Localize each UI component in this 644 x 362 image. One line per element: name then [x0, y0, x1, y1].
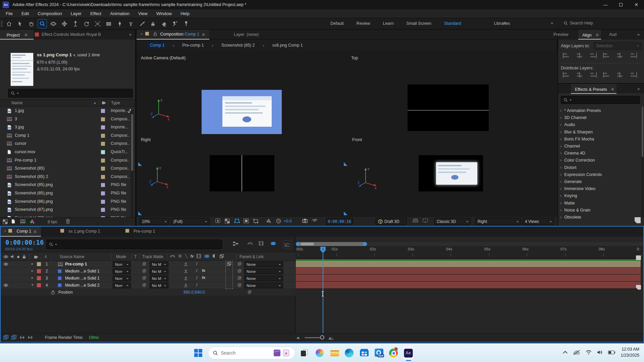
align-h-center-button[interactable] [576, 52, 584, 59]
expand-inout-icon[interactable] [19, 335, 25, 340]
effects-category[interactable]: ›Audio [560, 122, 640, 129]
effects-category[interactable]: ›Matte [560, 200, 640, 207]
view-layout-dropdown[interactable]: 4 Views [523, 218, 554, 225]
project-item[interactable]: Screenshot (85).png PNG file [0, 189, 130, 197]
menu-view[interactable]: View [134, 9, 152, 18]
expand-chevron-icon[interactable]: › [560, 136, 561, 141]
lock-column-icon[interactable] [22, 255, 26, 259]
column-type[interactable]: Type [111, 101, 120, 105]
trash-icon[interactable] [66, 219, 70, 224]
effects-category[interactable]: ›Channel [560, 143, 640, 150]
tab-layer[interactable]: Layer (none) [234, 32, 259, 37]
menu-help[interactable]: Help [176, 9, 194, 18]
align-v-center-button[interactable] [616, 52, 625, 59]
nav-handle-right[interactable] [363, 242, 367, 246]
dolly-camera-tool[interactable] [71, 19, 80, 28]
view-corner-handle[interactable] [344, 212, 347, 215]
transparency-grid-icon[interactable] [225, 219, 230, 224]
fx-switch-icon[interactable]: fx [191, 254, 194, 258]
close-tab-icon[interactable]: × [141, 32, 143, 36]
zoom-out-mountain-icon[interactable] [297, 337, 300, 339]
panel-menu-icon[interactable]: ≡ [24, 32, 27, 38]
solo-column-icon[interactable] [17, 256, 19, 258]
track-matte-pickwhip-icon[interactable]: @ [142, 261, 146, 266]
blend-mode-dropdown[interactable]: Norr [113, 268, 131, 274]
timeline-zoom-knob[interactable] [320, 335, 324, 340]
label-color-chip[interactable] [101, 150, 105, 154]
motion-blur-icon[interactable] [259, 241, 263, 245]
layer-expand-chevron[interactable]: ▸ [32, 276, 33, 280]
effects-category[interactable]: ›Color Correction [560, 158, 640, 165]
layer-source-name[interactable]: Medium ...e Solid 1 [65, 276, 100, 281]
breadcrumb-pre-comp-1[interactable]: Pre-comp 1 [179, 42, 207, 49]
menu-animation[interactable]: Animation [106, 9, 134, 18]
channel-rgb-icon[interactable] [266, 219, 271, 223]
panel-menu-icon[interactable]: ≡ [202, 32, 205, 37]
expand-chevron-icon[interactable]: › [560, 158, 561, 163]
exposure-value[interactable]: +0.0 [284, 219, 292, 224]
workspace-overflow-icon[interactable]: » [551, 20, 553, 25]
distribute-right-button[interactable] [629, 72, 638, 78]
menu-layer[interactable]: Layer [66, 9, 86, 18]
label-column-icon[interactable] [34, 255, 39, 259]
expand-chevron-icon[interactable]: › [560, 215, 561, 220]
effects-category[interactable]: ›Cinema 4D [560, 150, 640, 158]
panel-overflow-icon[interactable]: » [637, 32, 640, 37]
layer-source-name[interactable]: Pre-comp 1 [65, 262, 87, 266]
effects-category[interactable]: ›Blur & Sharpen [560, 129, 640, 136]
track-matte-dropdown[interactable]: No M [150, 276, 168, 281]
expand-chevron-icon[interactable]: › [560, 207, 561, 213]
selection-tool[interactable] [16, 19, 24, 28]
label-color-chip[interactable] [101, 175, 105, 179]
effects-search-input[interactable] [573, 98, 637, 102]
layer-label-color[interactable] [37, 269, 41, 273]
project-item[interactable]: 3.jpg Importe... [0, 123, 130, 131]
effects-category[interactable]: ›Noise & Grain [560, 207, 640, 215]
layer-row-2[interactable]: ▸ 2 Medium ...e Solid 1 Norr @ No M / fx… [1, 268, 296, 275]
taskbar-app-edge[interactable] [344, 346, 354, 360]
label-color-chip[interactable] [101, 183, 105, 187]
region-of-interest-icon[interactable] [234, 219, 240, 223]
track-matte-pickwhip-icon[interactable]: @ [142, 283, 146, 287]
index-column-label[interactable]: # [45, 254, 47, 259]
color-depth-icon[interactable] [30, 219, 35, 224]
label-column-tag-icon[interactable] [102, 101, 106, 105]
comp-marker-bin-icon[interactable] [636, 255, 641, 260]
sort-arrow-icon[interactable]: ▲ [93, 101, 97, 105]
effects-category[interactable]: ›* Animation Presets [560, 108, 640, 115]
magnification-dropdown[interactable]: 10% [140, 218, 169, 225]
menu-effect[interactable]: Effect [86, 9, 106, 18]
rectangle-tool[interactable] [104, 19, 113, 28]
blend-mode-dropdown[interactable]: Norr [113, 261, 131, 267]
quality-switch[interactable]: / [196, 261, 197, 266]
distribute-v-center-button[interactable] [576, 72, 584, 78]
t ab-audio[interactable]: Aud [609, 32, 616, 37]
column-name[interactable]: Name [11, 101, 22, 105]
align-to-dropdown[interactable]: Selection [594, 42, 641, 50]
expand-chevron-icon[interactable]: › [560, 186, 561, 191]
panel-overflow-icon[interactable]: » [129, 32, 131, 37]
search-highlight-clapper-icon[interactable] [274, 350, 280, 356]
tray-clock[interactable]: 12:03 AM 1/23/2025 [621, 346, 639, 358]
expand-layer-switches-icon[interactable] [3, 335, 9, 340]
tab-preview[interactable]: Preview [553, 32, 568, 37]
align-top-button[interactable] [602, 52, 611, 59]
viewport-top-layer[interactable] [408, 84, 489, 131]
timeline-search-input[interactable] [59, 242, 219, 247]
track-matte-dropdown[interactable]: No M [150, 283, 168, 288]
taskbar-app-microsoft-store[interactable] [359, 346, 369, 360]
3d-ground-plane-icon[interactable] [413, 219, 418, 223]
effects-search[interactable] [561, 96, 640, 104]
quality-switch[interactable]: / [196, 268, 197, 273]
expand-transfer-controls-icon[interactable] [11, 335, 17, 340]
timeline-tab-pre-comp-1[interactable]: Pre-comp 1 [122, 227, 160, 237]
source-name-column[interactable]: Source Name [60, 254, 84, 259]
workspace-learn[interactable]: Learn [383, 21, 394, 26]
expand-chevron-icon[interactable]: › [560, 108, 561, 113]
expand-modes-icon[interactable] [28, 335, 33, 340]
new-folder-icon[interactable] [11, 219, 15, 224]
audio-column-icon[interactable] [10, 255, 14, 258]
graph-editor-icon[interactable] [283, 240, 292, 248]
view-camera-dropdown[interactable]: Right [475, 218, 521, 225]
visibility-column-icon[interactable] [3, 255, 8, 258]
